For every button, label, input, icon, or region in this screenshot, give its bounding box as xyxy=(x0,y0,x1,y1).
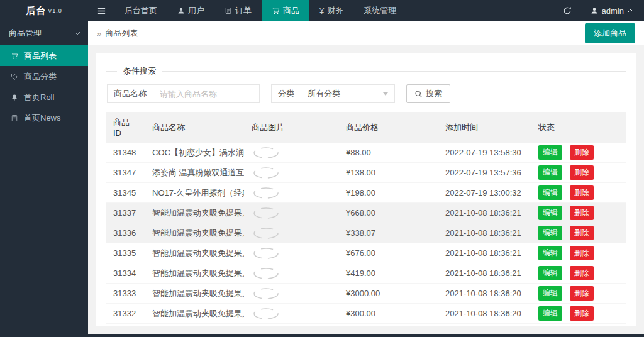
edit-button[interactable]: 编辑 xyxy=(538,246,562,260)
sidebar-section-goods-management[interactable]: 商品管理 xyxy=(0,21,88,45)
broken-image-icon xyxy=(252,307,280,321)
bell-icon xyxy=(10,94,19,101)
cell-product-name: 智能加温震动夹吸免提果儿飞机杯 xyxy=(145,223,244,243)
cell-product-image xyxy=(244,243,338,263)
nav-item-label: 用户 xyxy=(188,5,204,16)
cell-product-price: ¥668.00 xyxy=(338,203,438,223)
broken-image-icon xyxy=(252,267,280,280)
cell-actions: 编辑 删除 xyxy=(531,304,626,324)
cell-product-name: 智能加温震动夹吸免提果儿飞机杯 xyxy=(145,203,244,223)
cell-product-price: ¥138.00 xyxy=(338,163,438,183)
edit-button[interactable]: 编辑 xyxy=(538,145,562,160)
edit-button[interactable]: 编辑 xyxy=(538,165,562,180)
cell-product-image xyxy=(244,163,338,183)
topbar-right: admin xyxy=(554,0,644,21)
cell-added-time: 2022-07-19 13:00:32 xyxy=(438,183,531,203)
admin-user-icon xyxy=(591,7,598,14)
cart-icon xyxy=(10,52,19,60)
table-row: 31334 智能加温震动夹吸免提果儿飞机杯 ¥419.00 2021-10-08… xyxy=(106,263,626,284)
delete-button[interactable]: 删除 xyxy=(570,246,594,260)
nav-item-label: 商品 xyxy=(283,5,299,16)
edit-button[interactable]: 编辑 xyxy=(538,266,562,280)
topbar: 后台 V1.0 后台首页 用户 订单 商品 ¥ 财务 xyxy=(0,0,644,21)
cell-added-time: 2022-07-19 13:58:30 xyxy=(438,143,531,163)
delete-button[interactable]: 删除 xyxy=(570,145,594,160)
cell-product-price: ¥338.07 xyxy=(338,223,438,243)
delete-button[interactable]: 删除 xyxy=(570,306,594,321)
product-name-input[interactable] xyxy=(153,84,260,103)
sidebar-item-label: 首页Roll xyxy=(24,92,54,103)
cell-product-image xyxy=(244,183,338,203)
edit-button[interactable]: 编辑 xyxy=(538,185,562,200)
delete-button[interactable]: 删除 xyxy=(570,185,594,200)
sidebar-item-goods-category[interactable]: 商品分类 xyxy=(0,66,88,87)
table-row: 31333 智能加温震动夹吸免提果儿飞机杯 ¥3000.00 2021-10-0… xyxy=(106,284,626,304)
cell-product-price: ¥198.00 xyxy=(338,183,438,203)
sidebar-item-home-news[interactable]: 首页News xyxy=(0,108,88,128)
delete-button[interactable]: 删除 xyxy=(570,165,594,180)
sidebar-item-goods-list[interactable]: 商品列表 xyxy=(0,45,88,66)
cell-actions: 编辑 删除 xyxy=(531,324,626,327)
cell-product-name: COC【初恋少女】涡水润香锁精... xyxy=(145,143,244,163)
logo-version: V1.0 xyxy=(48,8,62,14)
add-product-button[interactable]: 添加商品 xyxy=(585,23,635,43)
broken-image-icon xyxy=(252,246,280,260)
yen-icon: ¥ xyxy=(319,6,324,16)
cell-product-id: 31337 xyxy=(106,203,145,223)
cell-actions: 编辑 删除 xyxy=(531,163,626,183)
header-product-image: 商品图片 xyxy=(244,112,338,143)
refresh-icon[interactable] xyxy=(554,0,580,21)
hamburger-menu-icon[interactable] xyxy=(88,0,114,21)
cell-product-image xyxy=(244,223,338,243)
delete-button[interactable]: 删除 xyxy=(570,266,594,280)
cell-product-id: 31334 xyxy=(106,263,145,284)
nav-item-system[interactable]: 系统管理 xyxy=(353,0,406,21)
cell-added-time: 2022-07-19 13:57:36 xyxy=(438,163,531,183)
category-select[interactable]: 所有分类 xyxy=(301,84,395,103)
category-label: 分类 xyxy=(271,84,301,103)
cell-product-price: ¥2000.00 xyxy=(338,324,438,327)
table-header-row: 商品ID 商品名称 商品图片 商品价格 添加时间 状态 xyxy=(106,112,626,143)
bottom-strip xyxy=(0,334,644,337)
cell-added-time: 2021-10-08 18:36:20 xyxy=(438,284,531,304)
cell-product-id: 31331 xyxy=(106,324,145,327)
delete-button[interactable]: 删除 xyxy=(570,206,594,220)
cell-product-image xyxy=(244,304,338,324)
edit-button[interactable]: 编辑 xyxy=(538,306,562,321)
chevron-up-icon xyxy=(628,9,634,13)
nav-item-users[interactable]: 用户 xyxy=(167,0,214,21)
edit-button[interactable]: 编辑 xyxy=(538,286,562,301)
logo-text: 后台 xyxy=(26,5,46,17)
content-area: 条件搜索 商品名称 分类 所有分类 搜索 xyxy=(88,45,644,334)
goods-list-card: 条件搜索 商品名称 分类 所有分类 搜索 xyxy=(96,53,636,326)
breadcrumb-bar: » 商品列表 添加商品 xyxy=(88,21,644,45)
header-added-time: 添加时间 xyxy=(438,112,531,143)
edit-button[interactable]: 编辑 xyxy=(538,206,562,220)
search-fieldset: 条件搜索 xyxy=(106,65,626,77)
admin-menu[interactable]: admin xyxy=(580,0,644,21)
cell-added-time: 2021-10-08 18:36:21 xyxy=(438,243,531,263)
cell-product-name: 智能加温震动夹吸免提果儿飞机杯 xyxy=(145,324,244,327)
user-icon xyxy=(177,7,185,14)
cell-product-price: ¥3000.00 xyxy=(338,284,438,304)
cell-actions: 编辑 删除 xyxy=(531,284,626,304)
sidebar-item-home-roll[interactable]: 首页Roll xyxy=(0,87,88,108)
nav-item-label: 系统管理 xyxy=(364,5,396,16)
search-button[interactable]: 搜索 xyxy=(406,84,450,103)
nav-item-goods[interactable]: 商品 xyxy=(262,0,309,21)
nav-item-finance[interactable]: ¥ 财务 xyxy=(309,0,353,21)
table-row: 31348 COC【初恋少女】涡水润香锁精... ¥88.00 2022-07-… xyxy=(106,143,626,163)
delete-button[interactable]: 删除 xyxy=(570,226,594,240)
header-product-name: 商品名称 xyxy=(145,112,244,143)
cell-actions: 编辑 删除 xyxy=(531,223,626,243)
cell-product-name: 添姿尚 温真粉嫩双通道互动发音... xyxy=(145,163,244,183)
edit-button[interactable]: 编辑 xyxy=(538,226,562,240)
nav-item-home[interactable]: 后台首页 xyxy=(114,0,167,21)
cell-product-image xyxy=(244,284,338,304)
breadcrumb: 商品列表 xyxy=(105,28,138,39)
search-legend: 条件搜索 xyxy=(117,65,162,77)
header-product-id: 商品ID xyxy=(106,112,145,143)
table-body: 31348 COC【初恋少女】涡水润香锁精... ¥88.00 2022-07-… xyxy=(106,143,626,326)
nav-item-orders[interactable]: 订单 xyxy=(214,0,262,21)
delete-button[interactable]: 删除 xyxy=(570,286,594,301)
